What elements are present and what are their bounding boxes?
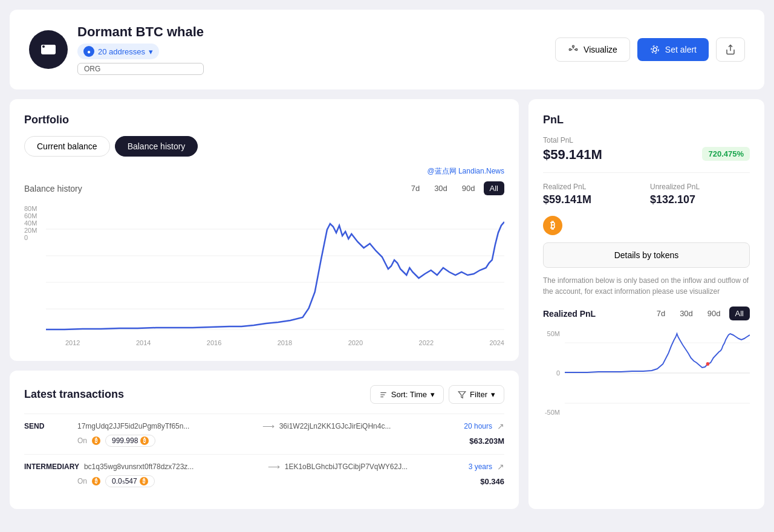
balance-history-chart xyxy=(46,203,504,336)
pnl-split: Realized PnL $59.141M Unrealized PnL $13… xyxy=(543,172,750,206)
y-axis-labels: 80M 60M 40M 20M 0 xyxy=(24,203,44,244)
header-actions: Visualize Set alert xyxy=(555,37,745,62)
entity-info: Dormant BTC whale ● 20 addresses ▾ ORG xyxy=(77,24,204,75)
pnl-info-text: The information below is only based on t… xyxy=(543,275,750,297)
left-col: Portfolio Current balance Balance histor… xyxy=(10,99,519,509)
external-link-1[interactable]: ↗ xyxy=(497,421,504,431)
visualize-button[interactable]: Visualize xyxy=(555,37,630,62)
portfolio-tabs: Current balance Balance history xyxy=(24,136,504,157)
header-card: Dormant BTC whale ● 20 addresses ▾ ORG xyxy=(10,10,764,89)
unrealized-pnl-label: Unrealized PnL xyxy=(650,183,750,191)
filter-label: Filter xyxy=(470,390,487,399)
unrealized-pnl-block: Unrealized PnL $132.107 xyxy=(650,183,750,206)
realized-pnl-chart xyxy=(565,328,750,418)
chart-title: Balance history xyxy=(24,184,82,193)
total-pnl-row: $59.141M 720.475% xyxy=(543,147,750,163)
header-left: Dormant BTC whale ● 20 addresses ▾ ORG xyxy=(29,24,204,75)
pnl-filter-7d[interactable]: 7d xyxy=(651,307,671,320)
txn-type-2: INTERMEDIARY xyxy=(24,462,79,471)
svg-point-3 xyxy=(569,49,571,51)
filter-90d[interactable]: 90d xyxy=(456,181,481,195)
pnl-card: PnL Total PnL $59.141M 720.475% Realized… xyxy=(528,99,764,509)
pnl-time-filters: 7d 30d 90d All xyxy=(651,307,750,320)
btc-large-icon: ₿ xyxy=(543,216,562,235)
txn-arrow-2: ⟶ xyxy=(268,462,280,472)
svg-point-9 xyxy=(653,48,657,51)
transactions-title: Latest transactions xyxy=(24,388,124,401)
chart-header: Balance history 7d 30d 90d All xyxy=(24,181,504,195)
details-by-tokens-button[interactable]: Details by tokens xyxy=(543,242,750,268)
svg-point-5 xyxy=(576,49,577,51)
txn-to-2: 1EK1oBLGhcbiJTGCibjP7VqWY62J... xyxy=(285,462,464,471)
btc-icon-1: ₿ xyxy=(92,436,100,445)
btc-symbol-2: ₿ xyxy=(140,477,148,485)
transactions-card: Latest transactions Sort: Time ▾ xyxy=(10,371,519,509)
realized-pnl-chart-header: Realized PnL 7d 30d 90d All xyxy=(543,307,750,320)
realized-pnl-value: $59.141M xyxy=(543,193,643,206)
pnl-y-neg50m: -50M xyxy=(543,409,560,416)
addresses-count: 20 addresses xyxy=(98,47,145,56)
avatar xyxy=(29,30,68,69)
filter-7d[interactable]: 7d xyxy=(405,181,426,195)
sort-chevron: ▾ xyxy=(431,390,435,399)
set-alert-button[interactable]: Set alert xyxy=(637,38,709,61)
filter-30d[interactable]: 30d xyxy=(428,181,454,195)
txn-top-2: INTERMEDIARY bc1q35wg8vunsrxt0ft78dzx723… xyxy=(24,462,504,472)
pnl-filter-90d[interactable]: 90d xyxy=(701,307,727,320)
total-pnl-percent: 720.475% xyxy=(702,147,750,161)
txn-to-1: 36i1W22jLn2KK1GJcJirEiQHn4c... xyxy=(279,422,460,430)
on-label-2: On xyxy=(77,477,87,485)
on-label-1: On xyxy=(77,436,87,445)
portfolio-title: Portfolio xyxy=(24,114,504,126)
filter-chevron: ▾ xyxy=(491,390,495,399)
transactions-controls: Sort: Time ▾ Filter ▾ xyxy=(370,385,504,404)
unrealized-pnl-value: $132.107 xyxy=(650,193,750,206)
filter-button[interactable]: Filter ▾ xyxy=(449,385,504,404)
sort-button[interactable]: Sort: Time ▾ xyxy=(370,385,444,404)
realized-pnl-chart-label: Realized PnL xyxy=(543,309,596,319)
tab-current-balance[interactable]: Current balance xyxy=(24,136,110,157)
table-row: SEND 17mgUdq2JJF5id2uPgm8yTf65n... ⟶ 36i… xyxy=(24,414,504,454)
svg-point-2 xyxy=(42,45,45,48)
txn-from-1: 17mgUdq2JJF5id2uPgm8yTf65n... xyxy=(77,422,258,430)
txn-usd-1: $63.203M xyxy=(469,436,504,446)
btc-amount-badge-1: 999.998 ₿ xyxy=(105,435,155,447)
txn-usd-2: $0.346 xyxy=(480,477,504,486)
txn-from-2: bc1q35wg8vunsrxt0ft78dzx723z... xyxy=(84,462,263,471)
entity-name: Dormant BTC whale xyxy=(77,24,204,40)
share-button[interactable] xyxy=(716,37,745,62)
btc-amount-badge-2: 0.0₅547 ₿ xyxy=(105,475,155,487)
txn-type-1: SEND xyxy=(24,422,73,430)
transactions-header: Latest transactions Sort: Time ▾ xyxy=(24,385,504,404)
pnl-filter-all[interactable]: All xyxy=(729,307,750,320)
main-content: Portfolio Current balance Balance histor… xyxy=(10,99,764,509)
btc-amount-1: 999.998 xyxy=(112,436,138,445)
x-axis-labels: 2012 2014 2016 2018 2020 2022 2024 xyxy=(46,339,504,346)
filter-all[interactable]: All xyxy=(484,181,504,195)
addresses-icon: ● xyxy=(83,46,94,57)
realized-pnl-label: Realized PnL xyxy=(543,183,643,191)
btc-symbol-1: ₿ xyxy=(140,436,149,445)
svg-point-10 xyxy=(651,46,659,53)
btc-amount-2: 0.0₅547 xyxy=(112,477,137,485)
svg-point-24 xyxy=(706,362,710,366)
tab-balance-history[interactable]: Balance history xyxy=(115,136,198,157)
txn-bottom-1: On ₿ 999.998 ₿ $63.203M xyxy=(24,435,504,447)
pnl-filter-30d[interactable]: 30d xyxy=(674,307,699,320)
visualize-label: Visualize xyxy=(584,45,617,54)
watermark: @蓝点网 Landian.News xyxy=(24,166,504,177)
svg-marker-20 xyxy=(458,391,466,398)
pnl-y-0: 0 xyxy=(543,369,560,377)
addresses-badge[interactable]: ● 20 addresses ▾ xyxy=(77,44,159,59)
addresses-row: ● 20 addresses ▾ xyxy=(77,44,204,59)
set-alert-label: Set alert xyxy=(665,45,697,54)
external-link-2[interactable]: ↗ xyxy=(497,462,504,472)
txn-top-1: SEND 17mgUdq2JJF5id2uPgm8yTf65n... ⟶ 36i… xyxy=(24,421,504,431)
table-row: INTERMEDIARY bc1q35wg8vunsrxt0ft78dzx723… xyxy=(24,454,504,495)
pnl-title: PnL xyxy=(543,114,750,126)
total-pnl-label: Total PnL xyxy=(543,136,750,144)
realized-pnl-block: Realized PnL $59.141M xyxy=(543,183,643,206)
total-pnl-value: $59.141M xyxy=(543,147,602,163)
btc-icon-2: ₿ xyxy=(92,477,100,485)
time-filters: 7d 30d 90d All xyxy=(405,181,504,195)
